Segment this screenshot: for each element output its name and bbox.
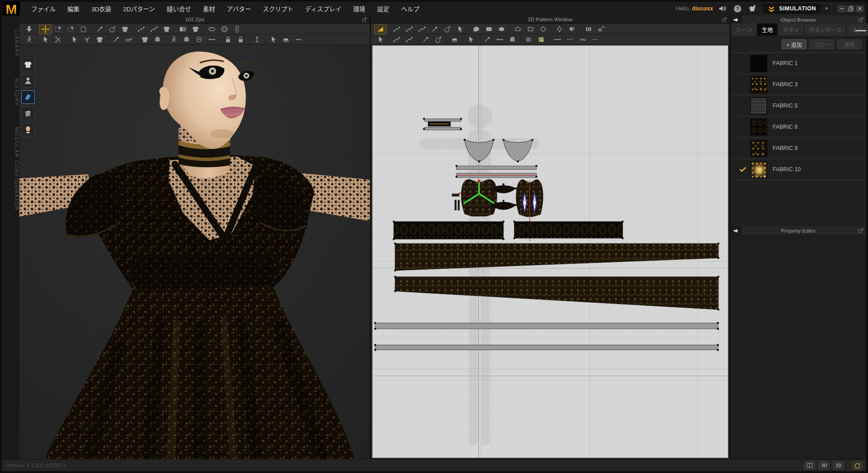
menu-3d-garment[interactable]: 3D衣装 <box>85 1 117 16</box>
pin-garment-tool[interactable] <box>119 24 131 34</box>
ghost-avatar-2d-tool[interactable] <box>506 35 519 44</box>
polygon-tool[interactable] <box>470 24 482 34</box>
popout-icon[interactable] <box>858 228 864 234</box>
fold-arrangement-tool[interactable] <box>177 24 189 34</box>
baseline-tool[interactable] <box>494 35 506 44</box>
dock-tab-history[interactable]: HISTORY <box>2 67 19 113</box>
minimize-button[interactable] <box>838 5 845 12</box>
help-icon[interactable] <box>732 4 743 14</box>
grading-tool[interactable] <box>465 35 477 44</box>
anchor-tool[interactable] <box>251 35 263 44</box>
pin-lock-tool[interactable] <box>222 35 234 44</box>
needle-tool[interactable] <box>110 35 122 44</box>
arrangement-tool[interactable] <box>189 24 202 34</box>
fit-garment-tool[interactable] <box>139 35 151 44</box>
split-view-button[interactable] <box>804 461 815 469</box>
menu-environment[interactable]: 環境 <box>347 1 371 16</box>
scissors-tool[interactable] <box>52 35 64 44</box>
menu-display[interactable]: ディスプレイ <box>299 1 347 16</box>
add-point-tool[interactable] <box>429 24 441 34</box>
rotate-page-tool[interactable] <box>77 24 90 34</box>
fabric-row[interactable]: FABRIC 5 <box>731 95 866 117</box>
rect-select-tool[interactable] <box>52 24 64 34</box>
tape-measure-tool[interactable] <box>206 24 218 34</box>
avatar-show-tool[interactable] <box>151 35 164 44</box>
dart-tool[interactable] <box>553 24 566 34</box>
mn-sewing-tool[interactable] <box>403 35 415 44</box>
pin-sphere-tool[interactable] <box>106 24 118 34</box>
avatar-head-button[interactable] <box>21 123 35 136</box>
measure-avatar-tool[interactable] <box>168 35 180 44</box>
height-measure-tool[interactable] <box>206 35 218 44</box>
ruler-tool[interactable] <box>231 24 243 34</box>
transform-pattern-tool[interactable] <box>374 24 387 34</box>
edit-polygon-tool[interactable] <box>454 24 466 34</box>
rectangle-tool[interactable] <box>483 24 495 34</box>
menu-file[interactable]: ファイル <box>25 1 61 16</box>
view-3d-button[interactable]: 3D <box>819 461 830 469</box>
fabric-library-button[interactable] <box>21 90 35 104</box>
pleats-tool[interactable] <box>582 24 594 34</box>
show-avatar-button[interactable] <box>21 74 35 88</box>
lock-all-tool[interactable] <box>235 35 247 44</box>
view-2d-button[interactable]: 2D <box>833 461 844 469</box>
circle-measure-tool[interactable] <box>193 35 205 44</box>
popout-icon[interactable] <box>362 17 368 23</box>
edit-curve-point-tool[interactable] <box>416 24 428 34</box>
free-sewing-2d-tool[interactable] <box>391 35 403 44</box>
ghost-mode-tool[interactable] <box>180 35 193 44</box>
tab-button[interactable]: ボタン <box>778 23 803 36</box>
iron-2d-tool[interactable] <box>448 35 461 44</box>
texture-view-tool[interactable] <box>535 35 547 44</box>
show-garment-button[interactable] <box>21 58 35 71</box>
menu-2d-pattern[interactable]: 2Dパターン <box>117 1 161 16</box>
popout-icon[interactable] <box>722 17 728 23</box>
collapse-panel-icon[interactable] <box>731 15 741 24</box>
avatar-move-tool[interactable] <box>23 35 35 44</box>
menu-script[interactable]: スクリプト <box>257 1 299 16</box>
collapse-panel-icon[interactable] <box>731 226 741 235</box>
sewing-garment-tool[interactable] <box>160 24 173 34</box>
shape-seam-tool[interactable] <box>566 24 578 34</box>
stitch-dash-tool[interactable] <box>564 35 576 44</box>
dock-tab-library[interactable]: LIBRARY <box>2 19 19 64</box>
dock-tab-modular-configurator[interactable]: MODULAR CONFIGURATOR <box>2 116 19 217</box>
import-drop-tool[interactable] <box>23 24 35 34</box>
edit-sewing-2d-tool[interactable] <box>374 35 387 44</box>
flatten-tool[interactable] <box>280 35 292 44</box>
menu-avatar[interactable]: アバター <box>221 1 257 16</box>
fabric-row[interactable]: FABRIC 1 <box>731 53 866 74</box>
reset-view-button[interactable] <box>852 461 863 469</box>
internal-ellipse-tool[interactable] <box>537 24 549 34</box>
garment-tack-tool[interactable] <box>94 35 106 44</box>
roller-tool[interactable] <box>123 35 135 44</box>
menu-sewing[interactable]: 縫い合せ <box>161 1 197 16</box>
simulation-dropdown[interactable]: ▼ <box>822 3 832 14</box>
menu-help[interactable]: ヘルプ <box>395 1 425 16</box>
menu-material[interactable]: 素材 <box>197 1 221 16</box>
edit-pattern-tool[interactable] <box>391 24 403 34</box>
ellipse-tool[interactable] <box>495 24 508 34</box>
stitch-solid-tool[interactable] <box>552 35 564 44</box>
y-seam-tool[interactable] <box>81 35 93 44</box>
tack-on-avatar-tool[interactable] <box>68 35 80 44</box>
apply-button[interactable]: 適用 <box>837 39 862 49</box>
fabric-row[interactable]: FABRIC 10 <box>731 159 866 180</box>
move-tool[interactable] <box>39 24 52 34</box>
free-transform-tool[interactable] <box>65 24 77 34</box>
stage-3d[interactable] <box>19 45 370 459</box>
stylus-tool[interactable] <box>267 35 279 44</box>
internal-polygon-tool[interactable] <box>512 24 524 34</box>
select-mesh-tool[interactable] <box>39 35 52 44</box>
avatar-share-icon[interactable] <box>747 4 758 14</box>
close-button[interactable] <box>856 5 863 12</box>
menu-settings[interactable]: 設定 <box>371 1 395 16</box>
circumference-tape-tool[interactable] <box>218 24 231 34</box>
add-button[interactable]: + 追加 <box>782 39 807 49</box>
annotation-tool[interactable] <box>481 35 493 44</box>
fabric-row[interactable]: FABRIC 3 <box>731 74 866 95</box>
pin-tool[interactable] <box>94 24 106 34</box>
simulation-button[interactable]: SIMULATION <box>762 3 822 14</box>
menu-edit[interactable]: 編集 <box>61 1 85 16</box>
edit-curvature-tool[interactable] <box>403 24 415 34</box>
